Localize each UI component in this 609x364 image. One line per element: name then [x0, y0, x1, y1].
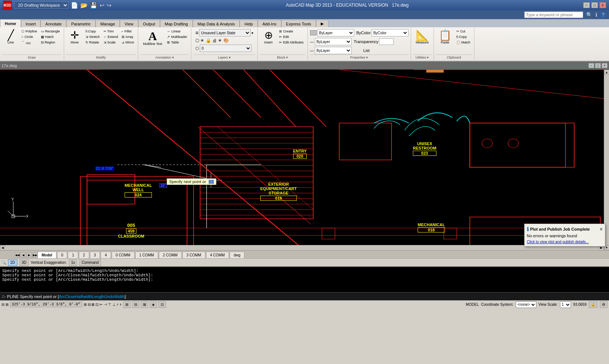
new-icon[interactable]: 📄 — [71, 2, 78, 9]
multiline-text-button[interactable]: A Multiline Text — [140, 29, 165, 47]
length-option[interactable]: Length — [92, 294, 105, 299]
arc-option[interactable]: Arc — [59, 294, 65, 299]
layout-nav-next-btn[interactable]: ▶ — [27, 252, 32, 258]
extend-button[interactable]: ↔ Extend — [102, 34, 120, 39]
canvas-close-btn[interactable]: × — [602, 63, 608, 68]
search-input[interactable] — [524, 11, 583, 18]
fillet-button[interactable]: ⌐ Fillet — [120, 29, 136, 34]
layout-tab-0comm[interactable]: 0 COMM — [112, 252, 135, 258]
tab-annotate[interactable]: Annotate — [41, 20, 66, 27]
circle-button[interactable]: ○ Circle — [20, 34, 39, 39]
otrack-btn[interactable]: ⊡ — [159, 301, 166, 308]
canvas-restore-btn[interactable]: □ — [595, 63, 601, 68]
restore-button[interactable]: □ — [591, 2, 598, 8]
search-icon[interactable]: 🔍 — [586, 12, 592, 18]
move-button[interactable]: ✛ Move — [66, 29, 83, 46]
trim-button[interactable]: ✂ Trim — [102, 29, 120, 34]
arc-button[interactable]: ⌒ Arc — [20, 40, 39, 46]
array-button[interactable]: ⊞ Array — [120, 34, 136, 39]
table-button[interactable]: ⊞ Table — [166, 40, 189, 45]
mirror-button[interactable]: ⊿ Mirror — [120, 40, 136, 45]
multileader-button[interactable]: ↗ Multileader — [166, 34, 189, 39]
measure-button[interactable]: 📐 Measure — [413, 29, 431, 46]
edit-button[interactable]: ✏ Edit — [278, 34, 305, 39]
bylayer-dropdown[interactable]: ByLayer — [317, 29, 354, 36]
layout-tab-1[interactable]: 1 — [68, 252, 78, 258]
info-icon[interactable]: ℹ — [595, 12, 597, 18]
tab-parametric[interactable]: Parametric — [66, 20, 95, 27]
layer-value-dropdown[interactable]: 0 — [200, 45, 251, 52]
copy-button[interactable]: ⎘ Copy — [84, 29, 101, 34]
settings-btn[interactable]: ⚙ — [600, 301, 608, 308]
help-button[interactable]: ? — [600, 12, 606, 18]
scale-button[interactable]: ⇲ Scale — [102, 40, 120, 45]
tab-view[interactable]: View — [120, 20, 138, 27]
scroll-left-btn[interactable]: ◀ — [0, 245, 5, 251]
list-button[interactable]: List — [363, 48, 370, 53]
osnap-btn[interactable]: ◈ — [150, 301, 157, 308]
create-block-button[interactable]: ⊞ Create — [278, 29, 305, 34]
notify-link[interactable]: Click to view plot and publish details..… — [527, 240, 589, 244]
lineweight-dropdown[interactable]: ByLayer — [315, 47, 352, 54]
layout-tab-dwg[interactable]: dwg — [230, 252, 244, 258]
bycolor-dropdown[interactable]: ByColor — [372, 29, 408, 36]
transparency-input[interactable]: 0 — [379, 38, 394, 45]
undo-option[interactable]: Undo — [104, 294, 114, 299]
cut-button[interactable]: ✂ Cut — [455, 29, 472, 34]
paste-special-button[interactable]: 📋 Match — [455, 40, 472, 45]
notify-close-btn[interactable]: × — [600, 226, 603, 232]
undo-icon[interactable]: ↩ — [100, 2, 104, 9]
3d-button[interactable]: 3D — [20, 259, 29, 266]
linear-dim-button[interactable]: ↔ Linear — [166, 29, 189, 34]
rotate-button[interactable]: ↻ Rotate — [84, 40, 101, 45]
tab-output[interactable]: Output — [138, 20, 160, 27]
layout-tab-3[interactable]: 3 — [90, 252, 100, 258]
tab-help[interactable]: Help — [240, 20, 258, 27]
layout-tab-1comm[interactable]: 1 COMM — [135, 252, 158, 258]
close-option[interactable]: Close — [65, 294, 75, 299]
edit-attributes-button[interactable]: ✏ Edit Attributes — [278, 40, 305, 45]
minimize-button[interactable]: − — [583, 2, 590, 8]
layout-tab-2[interactable]: 2 — [79, 252, 89, 258]
cmdline-input[interactable] — [128, 294, 608, 299]
view-scale-dropdown[interactable]: 1 — [560, 301, 571, 308]
layout-tab-model[interactable]: Model — [38, 252, 56, 258]
tab-map-data[interactable]: Map Data & Analysis — [193, 20, 240, 27]
lock-btn[interactable]: 🔒 — [589, 301, 598, 308]
tab-add-ins[interactable]: Add-Ins — [258, 20, 281, 27]
line-button[interactable]: ╱ Line — [2, 29, 19, 46]
polyline-button[interactable]: ⬡ Polyline — [20, 29, 39, 34]
horizontal-scrollbar[interactable]: ◀ ▶ — [0, 245, 604, 250]
layout-tab-4[interactable]: 4 — [101, 252, 111, 258]
scroll-up-btn[interactable]: ▲ — [604, 70, 609, 75]
command-button[interactable]: Command — [79, 259, 101, 266]
polar-btn[interactable]: ⊠ — [141, 301, 148, 308]
tab-map-drafting[interactable]: Map Drafting — [160, 20, 193, 27]
paste-button[interactable]: 📋 Paste — [436, 29, 454, 46]
layout-nav-right-btn[interactable]: ▶▶ — [32, 252, 38, 258]
save-icon[interactable]: 💾 — [90, 2, 97, 9]
open-icon[interactable]: 📂 — [80, 2, 88, 9]
snap-btn[interactable]: ⊞ — [123, 301, 130, 308]
tooltip-button[interactable]: ⋮ — [209, 180, 214, 184]
layout-tab-4comm[interactable]: 4 COMM — [206, 252, 229, 258]
layer-expand-icon[interactable]: ▾ — [251, 31, 253, 35]
redo-icon[interactable]: ↪ — [107, 2, 111, 9]
layout-tab-3comm[interactable]: 3 COMM — [182, 252, 205, 258]
stretch-button[interactable]: ⇲ Stretch — [84, 34, 101, 39]
copy-clip-button[interactable]: ⎘ Copy — [455, 34, 472, 39]
insert-button[interactable]: ⊕ Insert — [260, 29, 277, 46]
2d-button[interactable]: 2D — [8, 259, 17, 266]
vert-exag-value[interactable]: 1x — [69, 259, 77, 266]
layout-tab-0[interactable]: 0 — [57, 252, 67, 258]
close-button[interactable]: × — [599, 2, 606, 8]
layout-nav-prev-btn[interactable]: ◀ — [21, 252, 26, 258]
tab-more[interactable]: ▶ — [316, 20, 328, 27]
tab-home[interactable]: Home — [0, 19, 21, 27]
hatch-button[interactable]: ▦ Hatch — [39, 34, 62, 39]
halfwidth-option[interactable]: Halfwidth — [75, 294, 92, 299]
workspace-dropdown[interactable]: 2D Drafting Workspace — [14, 1, 69, 9]
layout-tab-2comm[interactable]: 2 COMM — [159, 252, 182, 258]
layer-state-dropdown[interactable]: Unsaved Layer State — [199, 29, 251, 36]
coords-display[interactable]: 325'-3 9/16", 29'-3 3/8", 0'-0" — [10, 302, 82, 307]
